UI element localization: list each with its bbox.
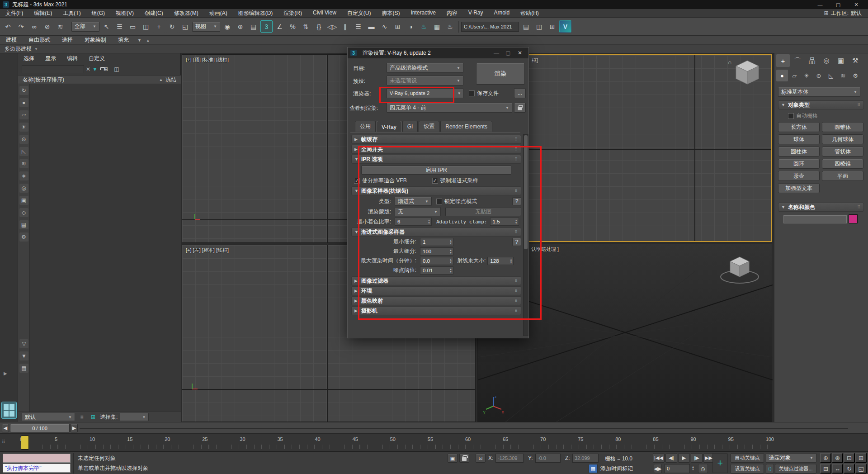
previous-frame-icon[interactable]: ◀| [665,453,677,463]
object-type-button[interactable]: 圆环 [778,159,820,169]
explorer-list-mode-icon[interactable]: ≡ [77,412,86,422]
rollout-header[interactable]: ▶全局开关⠿ [351,145,521,154]
z-coordinate-field[interactable] [572,454,599,463]
zoom-all-icon[interactable]: ⊛ [832,453,843,463]
shapes-icon[interactable]: ▱ [788,70,800,81]
schematic-view-icon[interactable]: ⊞ [392,20,404,33]
ribbon-tab[interactable]: 自由形式 [23,36,56,44]
scene-explorer-toggle-icon[interactable]: ▤ [520,20,532,33]
force-progressive-checkbox[interactable]: 强制渐进式采样 [432,177,478,185]
object-name-input[interactable] [783,215,847,223]
render-setup-icon[interactable]: ♨ [418,20,430,33]
ribbon-tab[interactable]: 填充 [112,36,135,44]
maximize-icon[interactable]: ▢ [829,0,847,9]
display-space-warps-icon[interactable]: ≋ [19,159,28,168]
no-map-button[interactable]: 无贴图 [445,207,521,216]
render-button[interactable]: 渲染 [476,63,525,85]
undo-icon[interactable]: ↶ [2,20,14,33]
preset-dropdown[interactable]: 未选定预设 [387,76,463,85]
close-icon[interactable]: ✕ [847,0,865,9]
explorer-settings-icon[interactable]: ⚙ [19,232,28,242]
object-type-button[interactable]: 几何球体 [822,134,863,144]
scrollbar-thumb[interactable] [524,135,528,249]
sort-descending-icon[interactable]: ▽ [19,339,28,348]
menu-item[interactable]: 自定义(U) [342,9,377,17]
viewport-layout-tabs-icon[interactable] [1,402,17,419]
filter-config-icon[interactable]: ▤ [19,364,28,373]
dialog-tab[interactable]: 设置 [419,121,439,132]
menu-item[interactable]: 内容 [441,9,463,17]
menu-item[interactable]: 帮助(H) [515,9,544,17]
set-key-button[interactable]: 设置关键点 [731,464,764,474]
explorer-preset-dropdown[interactable]: 默认 [22,413,75,421]
hierarchy-tab-icon[interactable]: 品 [805,54,819,67]
rollout-header[interactable]: ▶环境⠿ [351,286,521,295]
key-filters-button[interactable]: 关键点过滤器... [775,464,816,474]
save-file-checkbox[interactable]: 保存文件 [469,90,499,97]
clear-search-icon[interactable]: ✕ [86,66,90,72]
ray-bundle-spinner[interactable]: 128 [487,257,514,265]
object-type-rollout-header[interactable]: ▼ 对象类型 ⠿ [778,100,864,109]
curve-editor-icon[interactable]: ∿ [378,20,391,33]
track-bar-grip-icon[interactable]: ⠿ [2,439,5,444]
menu-item[interactable]: 脚本(S) [376,9,405,17]
selection-set-dropdown[interactable] [120,413,149,421]
viewcube[interactable] [733,59,761,87]
create-tab-icon[interactable]: + [776,54,790,67]
next-frame-icon[interactable]: |▶ [691,453,703,463]
ribbon-toggle-icon[interactable]: ▬ [365,20,377,33]
dialog-tab[interactable]: 公用 [355,121,376,132]
lock-noise-checkbox[interactable]: 锁定噪点模式 [436,198,477,205]
rollout-header[interactable]: ▶图像过滤器⠿ [351,276,521,285]
object-type-button[interactable]: 四棱锥 [822,159,863,169]
menu-item[interactable]: 动画(A) [204,9,233,17]
go-to-start-icon[interactable]: |◀◀ [653,453,665,463]
systems-icon[interactable]: ⚙ [849,70,861,81]
dialog-tab[interactable]: Render Elements [440,121,492,132]
sampler-type-dropdown[interactable]: 渐进式 [395,197,432,206]
select-object-icon[interactable]: ↖ [100,20,113,33]
object-type-button[interactable]: 平面 [822,171,863,181]
filter-funnel-icon[interactable]: ▼ [92,66,98,72]
viewport-label[interactable]: [+] [顶] [标准] [线框] [186,57,229,63]
material-editor-icon[interactable]: ◑ [405,20,417,33]
helpers-icon[interactable]: ◺ [825,70,837,81]
lights-icon[interactable]: ☀ [801,70,812,81]
y-coordinate-field[interactable] [535,454,561,463]
select-and-rotate-icon[interactable]: ↻ [166,20,178,33]
noise-threshold-spinner[interactable]: 0.01 [420,266,453,275]
time-slider-track[interactable] [80,428,848,429]
render-production-icon[interactable]: ♨ [444,20,456,33]
dialog-title-bar[interactable]: 3 渲染设置: V-Ray 6, update 2 — ▢ ✕ [348,47,528,58]
object-type-button[interactable]: 管状体 [822,147,863,156]
menu-item[interactable]: Arnold [489,9,515,16]
render-mask-dropdown[interactable]: 无 [395,207,441,216]
use-pivot-center-icon[interactable]: ◉ [221,20,233,33]
sort-filter-icon[interactable]: ▼ [19,351,28,360]
workspace-icon[interactable]: ⊞ [546,20,558,33]
menu-item[interactable]: 图形编辑器(D) [233,9,278,17]
menu-item[interactable]: 渲染(R) [278,9,307,17]
min-shading-spinner[interactable]: 6 [395,218,432,226]
time-tag-cube-icon[interactable]: ▦ [589,464,598,473]
menu-item[interactable]: Civil View [307,9,342,16]
cameras-icon[interactable]: ⊙ [813,70,825,81]
angle-snap-icon[interactable]: ∠ [274,20,286,33]
explorer-menu-item[interactable]: 编辑 [61,55,83,62]
viewport-label[interactable]: [+] [左] [标准] [线框] [186,247,229,254]
time-slider-grip[interactable]: 0 / 100 [10,424,70,432]
explorer-menu-item[interactable]: 自定义 [83,55,110,62]
window-crossing-icon[interactable]: ◫ [140,20,152,33]
autogrid-checkbox[interactable]: 自动栅格 [788,112,818,120]
object-type-button[interactable]: 长方体 [778,122,820,132]
play-icon[interactable]: ▶ [678,453,690,463]
time-config-icon[interactable]: ◷ [698,464,708,473]
ribbon-tab[interactable]: 对象绘制 [79,36,112,44]
ribbon-caret-down-icon[interactable]: ▼ [135,38,144,43]
min-subdivs-spinner[interactable]: 1 [420,238,453,246]
rollout-header[interactable]: ▶颜色映射⠿ [351,296,521,305]
view-lock-icon[interactable] [514,103,526,113]
space-warps-icon[interactable]: ≋ [837,70,849,81]
viewcube-home-icon[interactable]: ⌂ [728,59,731,66]
ribbon-tab[interactable]: 建模 [0,36,23,44]
